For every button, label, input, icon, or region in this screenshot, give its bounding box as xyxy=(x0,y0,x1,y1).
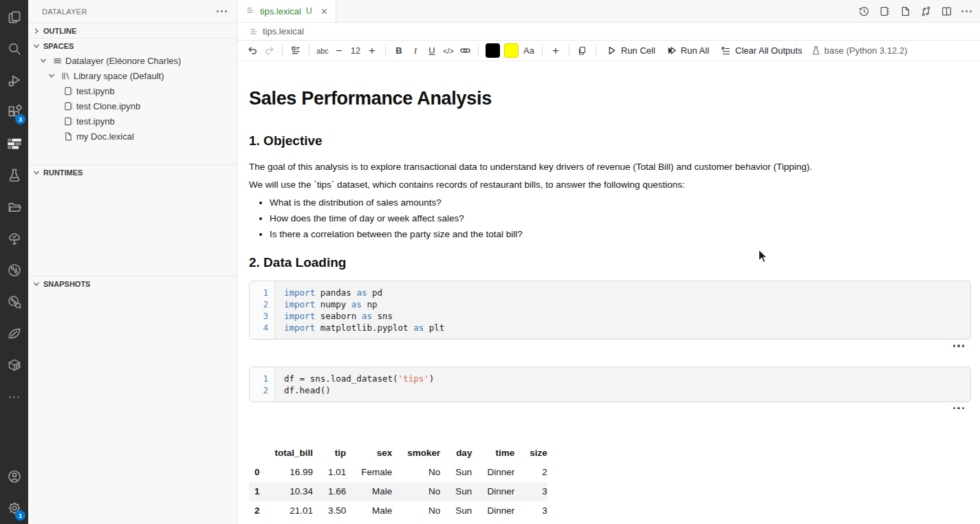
code-cell[interactable]: 12df = sns.load_dataset('tips')df.head() xyxy=(249,367,971,402)
table-cell: Male xyxy=(346,482,392,501)
table-cell: Female xyxy=(346,463,392,482)
more-views-icon[interactable] xyxy=(0,381,28,413)
clear-outputs-icon xyxy=(720,45,731,56)
capitalization-button[interactable]: Aa xyxy=(521,43,537,59)
highlight-color-button[interactable] xyxy=(504,43,519,58)
breadcrumb[interactable]: tips.lexical xyxy=(237,23,980,40)
sync-swap-icon[interactable] xyxy=(920,6,932,17)
table-row: 110.341.66MaleNoSunDinner3 xyxy=(249,482,547,501)
editor-area: tips.lexical U tips.lexical abc xyxy=(237,0,980,524)
section-runtimes[interactable]: RUNTIMES xyxy=(28,164,237,179)
block-format-button[interactable] xyxy=(287,43,304,59)
close-icon[interactable] xyxy=(320,7,329,16)
tree-item-label: Datalayer (Eléonore Charles) xyxy=(65,56,181,66)
section-snapshots[interactable]: SNAPSHOTS xyxy=(28,276,237,291)
column-header: size xyxy=(514,444,547,463)
link-button[interactable] xyxy=(457,43,473,59)
question-item[interactable]: How does the time of day or week affect … xyxy=(270,212,980,225)
extensions-icon[interactable]: 3 xyxy=(0,96,28,128)
kernel-selector[interactable]: base (Python 3.12.2) xyxy=(808,45,911,56)
spaces-tree: Datalayer (Eléonore Charles)Library spac… xyxy=(28,53,237,144)
search-icon[interactable] xyxy=(0,33,28,65)
tab-git-status: U xyxy=(306,6,312,16)
paragraph[interactable]: We will use the `tips` dataset, which co… xyxy=(249,179,980,191)
table-cell: 3 xyxy=(514,482,547,501)
split-editor-icon[interactable] xyxy=(941,6,952,17)
cell-more-icon[interactable] xyxy=(953,345,965,347)
folder-icon[interactable] xyxy=(0,191,28,223)
cell-more-icon[interactable] xyxy=(953,407,965,410)
font-size-decrease-button[interactable]: − xyxy=(331,43,347,59)
org-icon xyxy=(52,55,63,66)
bold-button[interactable]: B xyxy=(391,43,407,59)
underline-button[interactable]: U xyxy=(424,43,440,59)
column-header xyxy=(249,444,260,463)
code-cell[interactable]: 1234import pandas as pdimport numpy as n… xyxy=(249,281,971,340)
code-editor[interactable]: df = sns.load_dataset('tips')df.head() xyxy=(275,367,434,402)
insert-block-button[interactable]: + xyxy=(547,43,564,59)
container-icon[interactable] xyxy=(0,349,28,381)
experiments-flask-icon[interactable] xyxy=(0,160,28,191)
redo-button[interactable] xyxy=(261,43,277,59)
tree-item[interactable]: Datalayer (Eléonore Charles) xyxy=(28,53,237,68)
settings-gear-icon[interactable]: 1 xyxy=(0,492,28,524)
table-cell: 3.50 xyxy=(313,501,346,521)
more-actions-icon[interactable] xyxy=(961,10,972,12)
notebook-icon[interactable] xyxy=(879,6,891,17)
run-cell-button[interactable]: Run Cell xyxy=(601,42,661,60)
text-color-button[interactable] xyxy=(486,43,500,58)
tree-item-label: test.ipynb xyxy=(76,116,115,127)
code-line: import seaborn as sns xyxy=(284,310,444,322)
tree-item[interactable]: test Clone.ipynb xyxy=(28,98,237,113)
table-cell: 16.99 xyxy=(260,463,314,482)
sidebar-more-icon[interactable] xyxy=(217,10,227,12)
cell-actions xyxy=(249,402,971,410)
run-all-button[interactable]: Run All xyxy=(661,42,715,60)
tree-item[interactable]: Library space (Default) xyxy=(28,68,237,83)
heading-objective[interactable]: 1. Objective xyxy=(249,133,980,149)
document-canvas[interactable]: Sales Performance Analysis 1. Objective … xyxy=(237,61,980,524)
graph-search-icon[interactable] xyxy=(0,286,28,318)
tree-item[interactable]: test.ipynb xyxy=(28,113,237,129)
font-family-button[interactable]: abc xyxy=(314,43,331,59)
tools-icon[interactable] xyxy=(0,318,28,349)
section-outline[interactable]: OUTLINE xyxy=(28,23,237,38)
breadcrumb-item: tips.lexical xyxy=(263,26,304,36)
undo-button[interactable] xyxy=(244,43,261,59)
page-title[interactable]: Sales Performance Analysis xyxy=(249,87,980,109)
tab-tips-lexical[interactable]: tips.lexical U xyxy=(237,0,336,22)
clear-outputs-button[interactable]: Clear All Outputs xyxy=(715,42,808,60)
local-history-icon[interactable] xyxy=(858,6,870,17)
column-header: day xyxy=(440,444,472,463)
dataframe-body: 016.991.01FemaleNoSunDinner2110.341.66Ma… xyxy=(249,463,547,521)
question-item[interactable]: What is the distribution of sales amount… xyxy=(270,197,980,209)
section-runtimes-label: RUNTIMES xyxy=(43,168,83,177)
file-icon[interactable] xyxy=(900,6,911,17)
table-cell: 1.01 xyxy=(313,463,346,482)
code-editor[interactable]: import pandas as pdimport numpy as npimp… xyxy=(275,281,444,339)
question-item[interactable]: Is there a correlation between the party… xyxy=(270,228,980,241)
commit-graph-icon[interactable] xyxy=(0,254,28,286)
runtimes-empty-body xyxy=(28,179,237,276)
sidebar-header: DATALAYER xyxy=(28,0,237,23)
tree-item[interactable]: my Doc.lexical xyxy=(28,129,237,144)
copy-block-button[interactable] xyxy=(574,43,591,59)
table-cell: 2 xyxy=(249,501,260,521)
column-header: sex xyxy=(346,444,392,463)
table-cell: 1.66 xyxy=(313,482,346,501)
run-debug-icon[interactable] xyxy=(0,65,28,96)
font-size-value[interactable]: 12 xyxy=(347,43,364,59)
tree-item[interactable]: test.ipynb xyxy=(28,83,237,98)
code-line: import matplotlib.pyplot as plt xyxy=(284,322,444,334)
inline-code-button[interactable]: </> xyxy=(440,43,457,59)
paragraph[interactable]: The goal of this analysis is to explore … xyxy=(249,161,980,173)
explorer-icon[interactable] xyxy=(0,1,28,33)
account-icon[interactable] xyxy=(0,461,28,492)
italic-button[interactable]: I xyxy=(407,43,424,59)
heading-data-loading[interactable]: 2. Data Loading xyxy=(249,254,980,271)
table-cell: Male xyxy=(346,501,392,521)
section-spaces[interactable]: SPACES xyxy=(28,38,237,53)
environments-tree-icon[interactable] xyxy=(0,223,28,254)
font-size-increase-button[interactable]: + xyxy=(364,43,380,59)
datalayer-icon[interactable] xyxy=(0,128,28,160)
